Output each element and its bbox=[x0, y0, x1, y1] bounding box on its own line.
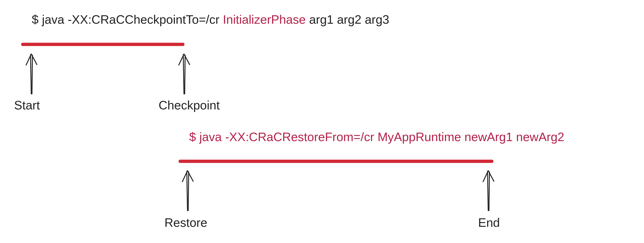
cmd-flag-checkpoint: -XX:CRaCCheckpointTo=/cr bbox=[68, 13, 223, 26]
command-line-restore: $ java -XX:CRaCRestoreFrom=/cr MyAppRunt… bbox=[189, 130, 564, 144]
arrow-checkpoint bbox=[178, 50, 192, 95]
svg-line-1 bbox=[32, 55, 32, 94]
prompt-symbol: $ bbox=[32, 13, 42, 26]
cmd-java: java bbox=[199, 130, 225, 144]
cmd-args-top: arg1 arg2 arg3 bbox=[306, 13, 389, 26]
label-start: Start bbox=[14, 99, 40, 112]
svg-line-5 bbox=[185, 55, 185, 94]
svg-line-0 bbox=[30, 55, 31, 94]
command-line-checkpoint: $ java -XX:CRaCCheckpointTo=/cr Initiali… bbox=[32, 13, 389, 26]
svg-line-9 bbox=[188, 172, 189, 211]
arrow-end bbox=[482, 167, 496, 212]
svg-line-13 bbox=[489, 172, 490, 211]
diagram-canvas: $ java -XX:CRaCCheckpointTo=/cr Initiali… bbox=[0, 0, 644, 243]
arrow-start bbox=[25, 50, 39, 95]
cmd-flag-restore: -XX:CRaCRestoreFrom=/cr bbox=[225, 130, 378, 144]
timeline-bar-restore-phase bbox=[178, 160, 494, 163]
arrow-restore bbox=[181, 167, 195, 212]
label-restore: Restore bbox=[164, 216, 207, 229]
svg-line-8 bbox=[187, 171, 188, 211]
label-end: End bbox=[478, 216, 500, 229]
timeline-bar-checkpoint-phase bbox=[21, 43, 184, 46]
svg-line-12 bbox=[488, 171, 488, 211]
prompt-symbol: $ bbox=[189, 130, 199, 144]
cmd-class-initializer: InitializerPhase bbox=[223, 13, 306, 26]
cmd-class-runtime: MyAppRuntime bbox=[378, 130, 461, 144]
label-checkpoint: Checkpoint bbox=[158, 99, 220, 112]
cmd-java: java bbox=[42, 13, 68, 26]
svg-line-4 bbox=[183, 55, 184, 94]
cmd-args-bottom: newArg1 newArg2 bbox=[461, 130, 564, 144]
